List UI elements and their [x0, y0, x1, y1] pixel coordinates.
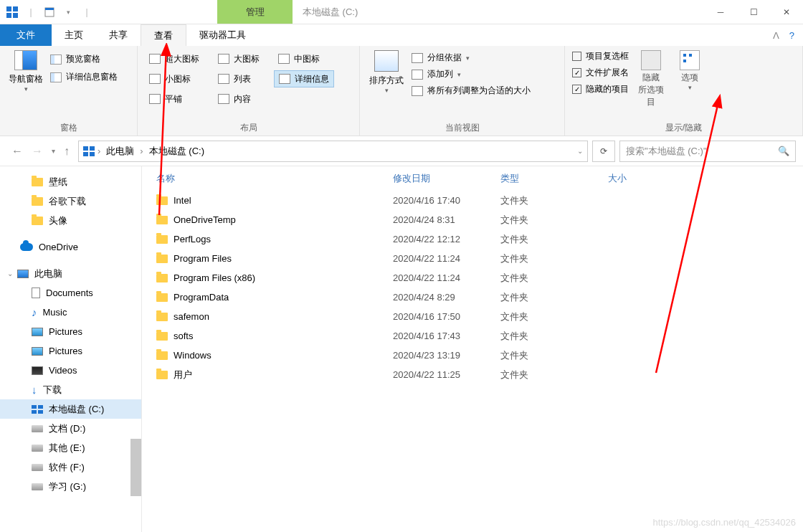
- col-size[interactable]: 大小: [608, 172, 680, 185]
- document-icon: [32, 288, 40, 298]
- navpane-label: 导航窗格: [7, 73, 44, 85]
- groupby-button[interactable]: 分组依据 ▾: [412, 52, 531, 64]
- sidebar-library-item[interactable]: Pictures: [0, 322, 141, 341]
- tab-drivetools[interactable]: 驱动器工具: [186, 24, 259, 46]
- add-columns-button[interactable]: 添加列 ▾: [412, 68, 531, 80]
- refresh-button[interactable]: ⟳: [592, 141, 615, 162]
- navpane-button[interactable]: 导航窗格 ▾: [7, 50, 44, 92]
- column-headers[interactable]: 名称 修改日期 类型 大小: [142, 166, 803, 191]
- sidebar-quick-item[interactable]: 头像: [0, 211, 141, 230]
- sidebar-drive-item[interactable]: 本地磁盘 (C:): [0, 399, 141, 419]
- properties-icon[interactable]: [42, 4, 57, 20]
- sidebar-library-item[interactable]: ♪Music: [0, 303, 141, 322]
- table-row[interactable]: PerfLogs2020/4/22 12:12文件夹: [142, 229, 803, 249]
- layout-large[interactable]: 大图标: [214, 50, 264, 67]
- sidebar-quick-item[interactable]: 壁纸: [0, 172, 141, 191]
- crumb-current[interactable]: 本地磁盘 (C:): [148, 145, 206, 158]
- sidebar-drive-item[interactable]: 学习 (G:): [0, 477, 141, 496]
- layout-small[interactable]: 小图标: [145, 70, 204, 87]
- tab-home[interactable]: 主页: [52, 24, 96, 46]
- table-row[interactable]: safemon2020/4/16 17:50文件夹: [142, 307, 803, 326]
- titlebar: | ▾ | 管理 本地磁盘 (C:) ─ ☐ ✕: [0, 0, 803, 24]
- sidebar-library-item[interactable]: Documents: [0, 283, 141, 303]
- forward-button[interactable]: →: [32, 145, 43, 158]
- sidebar-drive-item[interactable]: 文档 (D:): [0, 419, 141, 438]
- sidebar-onedrive[interactable]: OneDrive: [0, 237, 141, 257]
- size-all-columns-button[interactable]: 将所有列调整为合适的大小: [412, 85, 531, 97]
- layout-content[interactable]: 内容: [214, 90, 264, 108]
- table-row[interactable]: 用户2020/4/22 11:25文件夹: [142, 365, 803, 384]
- sidebar-scrollbar[interactable]: [130, 439, 141, 496]
- hidden-items-toggle[interactable]: ✓隐藏的项目: [572, 83, 629, 95]
- details-pane-button[interactable]: 详细信息窗格: [50, 71, 118, 83]
- close-button[interactable]: ✕: [770, 0, 803, 24]
- pictures-icon: [32, 328, 43, 336]
- minimize-button[interactable]: ─: [704, 0, 737, 24]
- sidebar-library-item[interactable]: Videos: [0, 361, 141, 380]
- table-row[interactable]: Program Files (x86)2020/4/22 11:24文件夹: [142, 268, 803, 288]
- drive-icon: [32, 483, 43, 490]
- address-dropdown-icon[interactable]: ⌄: [577, 147, 583, 155]
- sidebar-drive-item[interactable]: 软件 (F:): [0, 457, 141, 477]
- sort-label: 排序方式: [367, 75, 406, 87]
- sidebar[interactable]: 壁纸谷歌下载头像 OneDrive ⌄此电脑 Documents♪MusicPi…: [0, 166, 142, 532]
- crumb-thispc[interactable]: 此电脑: [105, 145, 136, 158]
- group-label-show-hide: 显示/隐藏: [572, 119, 795, 134]
- folder-icon: [32, 217, 43, 225]
- table-row[interactable]: Intel2020/4/16 17:40文件夹: [142, 191, 803, 210]
- up-button[interactable]: ↑: [64, 145, 70, 158]
- group-label-current-view: 当前视图: [367, 119, 557, 134]
- help-icon[interactable]: ?: [789, 30, 794, 41]
- qat-dropdown-icon[interactable]: ▾: [60, 4, 76, 20]
- search-placeholder: 搜索"本地磁盘 (C:)": [626, 145, 707, 158]
- context-tab-manage[interactable]: 管理: [217, 0, 293, 24]
- address-bar[interactable]: › 此电脑› 本地磁盘 (C:) ⌄: [78, 141, 588, 162]
- sidebar-drive-item[interactable]: 其他 (E:): [0, 438, 141, 457]
- table-row[interactable]: softs2020/4/16 17:43文件夹: [142, 326, 803, 346]
- sidebar-thispc[interactable]: ⌄此电脑: [0, 264, 141, 283]
- sidebar-library-item[interactable]: Pictures: [0, 341, 141, 361]
- pictures-icon: [32, 347, 43, 356]
- folder-icon: [32, 197, 43, 206]
- expand-icon[interactable]: ⌄: [7, 270, 13, 277]
- svg-rect-12: [32, 410, 37, 414]
- group-label-panes: 窗格: [7, 119, 130, 134]
- folder-icon: [156, 313, 168, 321]
- svg-rect-5: [45, 8, 54, 10]
- table-row[interactable]: Program Files2020/4/22 11:24文件夹: [142, 249, 803, 268]
- layout-tiles[interactable]: 平铺: [145, 90, 204, 108]
- back-button[interactable]: ←: [11, 145, 23, 158]
- drive-icon: [32, 464, 43, 471]
- hide-selected-button[interactable]: 隐藏 所选项目: [635, 50, 667, 108]
- svg-rect-10: [32, 405, 37, 409]
- svg-rect-6: [83, 146, 88, 151]
- tab-view[interactable]: 查看: [141, 24, 186, 46]
- search-input[interactable]: 搜索"本地磁盘 (C:)" 🔍: [619, 141, 796, 162]
- recent-dropdown[interactable]: ▾: [52, 147, 55, 155]
- col-name[interactable]: 名称: [156, 172, 393, 185]
- tab-file[interactable]: 文件: [0, 24, 52, 46]
- sidebar-quick-item[interactable]: 谷歌下载: [0, 191, 141, 211]
- layout-extra-large[interactable]: 超大图标: [145, 50, 204, 67]
- table-row[interactable]: OneDriveTemp2020/4/24 8:31文件夹: [142, 210, 803, 229]
- ribbon-collapse-icon[interactable]: ᐱ: [773, 30, 779, 41]
- maximize-button[interactable]: ☐: [737, 0, 770, 24]
- file-extensions-toggle[interactable]: ✓文件扩展名: [572, 67, 629, 79]
- drive-icon: [32, 425, 43, 432]
- layout-list[interactable]: 列表: [214, 70, 264, 87]
- col-type[interactable]: 类型: [500, 172, 608, 185]
- table-row[interactable]: Windows2020/4/23 13:19文件夹: [142, 346, 803, 365]
- tab-share[interactable]: 共享: [96, 24, 141, 46]
- svg-rect-8: [83, 152, 88, 156]
- item-checkboxes-toggle[interactable]: 项目复选框: [572, 50, 629, 62]
- sidebar-library-item[interactable]: ↓下载: [0, 380, 141, 399]
- sort-button[interactable]: 排序方式 ▾: [367, 50, 406, 94]
- table-row[interactable]: ProgramData2020/4/24 8:29文件夹: [142, 288, 803, 307]
- folder-icon: [156, 332, 168, 341]
- options-button[interactable]: 选项 ▾: [673, 50, 706, 91]
- layout-details[interactable]: 详细信息: [274, 70, 334, 87]
- svg-rect-1: [13, 6, 18, 11]
- layout-medium[interactable]: 中图标: [274, 50, 334, 67]
- preview-pane-button[interactable]: 预览窗格: [50, 53, 118, 65]
- col-date[interactable]: 修改日期: [393, 172, 500, 185]
